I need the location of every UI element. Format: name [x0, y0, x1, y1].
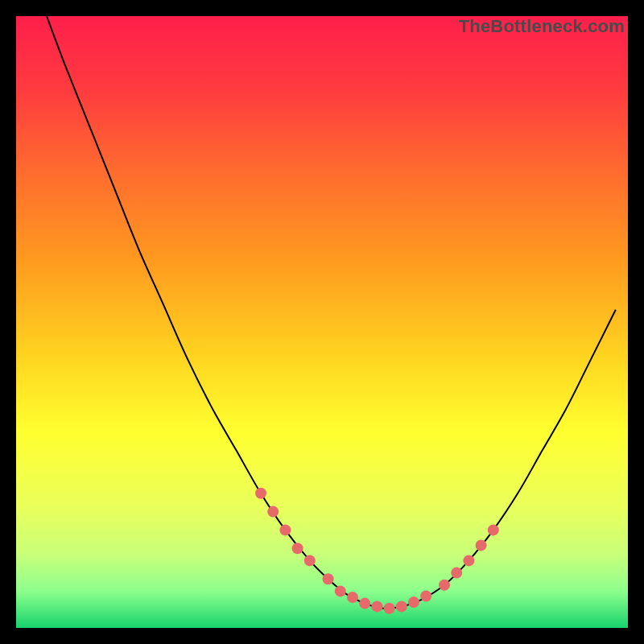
gradient-background — [16, 16, 628, 628]
chart-svg — [16, 16, 628, 628]
marker-dot — [279, 524, 291, 535]
marker-dot — [476, 539, 487, 551]
marker-dot — [488, 524, 499, 535]
marker-dot — [292, 543, 303, 554]
marker-dot — [371, 601, 382, 612]
marker-dot — [396, 601, 407, 612]
marker-dot — [335, 585, 346, 597]
marker-dot — [420, 590, 431, 601]
chart-frame: TheBottleneck.com — [16, 16, 628, 628]
watermark-text: TheBottleneck.com — [459, 16, 625, 37]
marker-dot — [439, 580, 450, 591]
marker-dot — [323, 573, 334, 584]
marker-dot — [451, 568, 462, 579]
marker-dot — [463, 555, 474, 566]
marker-dot — [255, 488, 266, 499]
marker-dot — [384, 603, 395, 614]
marker-dot — [347, 592, 358, 603]
marker-dot — [359, 598, 370, 609]
marker-dot — [304, 555, 316, 566]
marker-dot — [408, 597, 419, 608]
marker-dot — [267, 506, 279, 518]
